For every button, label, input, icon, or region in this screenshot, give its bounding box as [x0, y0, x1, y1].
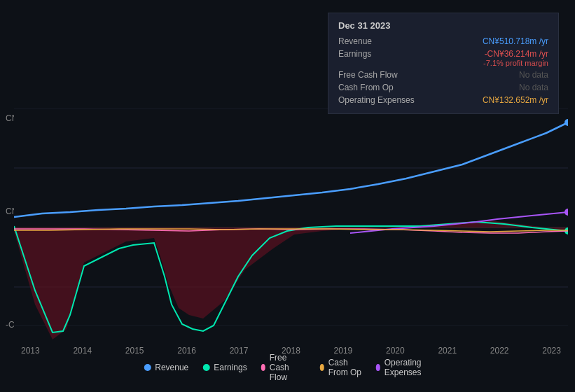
x-label-2021: 2021: [438, 346, 457, 356]
legend-dot-fcf: [261, 364, 265, 371]
x-label-2015: 2015: [125, 346, 144, 356]
tooltip-row-fcf: Free Cash Flow No data: [338, 69, 548, 81]
tooltip-value-earnings: -CN¥36.214m /yr: [485, 49, 548, 59]
tooltip-box: Dec 31 2023 Revenue CN¥510.718m /yr Earn…: [328, 13, 559, 114]
tooltip-value-fcf: No data: [519, 70, 548, 80]
legend-item-opex[interactable]: Operating Expenses: [376, 358, 431, 377]
tooltip-row-cashfromop: Cash From Op No data: [338, 81, 548, 94]
legend-dot-revenue: [144, 364, 151, 371]
legend-item-earnings[interactable]: Earnings: [202, 363, 247, 372]
legend-item-cashfromop[interactable]: Cash From Op: [320, 358, 362, 377]
legend-label-cashfromop: Cash From Op: [328, 358, 362, 377]
x-label-2013: 2013: [21, 346, 40, 356]
tooltip-value-opex: CN¥132.652m /yr: [483, 95, 548, 105]
tooltip-row-earnings: Earnings -CN¥36.214m /yr -7.1% profit ma…: [338, 48, 548, 69]
legend-item-revenue[interactable]: Revenue: [144, 363, 188, 372]
legend-dot-opex: [376, 364, 380, 371]
tooltip-label-fcf: Free Cash Flow: [338, 70, 415, 80]
tooltip-value-cashfromop: No data: [519, 83, 548, 92]
tooltip-row-revenue: Revenue CN¥510.718m /yr: [338, 35, 548, 48]
tooltip-label-opex: Operating Expenses: [338, 95, 415, 105]
tooltip-label-revenue: Revenue: [338, 36, 415, 46]
legend-label-opex: Operating Expenses: [385, 358, 431, 377]
chart-container: Dec 31 2023 Revenue CN¥510.718m /yr Earn…: [0, 0, 575, 392]
chart-svg: [14, 108, 568, 346]
legend-dot-cashfromop: [320, 364, 324, 371]
tooltip-row-opex: Operating Expenses CN¥132.652m /yr: [338, 94, 548, 106]
tooltip-label-cashfromop: Cash From Op: [338, 83, 415, 92]
chart-legend: Revenue Earnings Free Cash Flow Cash Fro…: [144, 353, 431, 382]
tooltip-value-earnings-block: -CN¥36.214m /yr -7.1% profit margin: [480, 49, 548, 67]
legend-label-revenue: Revenue: [155, 363, 188, 372]
tooltip-profit-margin: -7.1% profit margin: [483, 59, 548, 67]
tooltip-label-earnings: Earnings: [338, 49, 415, 59]
x-label-2014: 2014: [73, 346, 92, 356]
legend-dot-earnings: [202, 364, 209, 371]
x-label-2022: 2022: [490, 346, 509, 356]
legend-label-fcf: Free Cash Flow: [270, 353, 306, 382]
tooltip-value-revenue: CN¥510.718m /yr: [483, 36, 548, 46]
legend-item-fcf[interactable]: Free Cash Flow: [261, 353, 306, 382]
tooltip-date: Dec 31 2023: [338, 20, 548, 31]
legend-label-earnings: Earnings: [214, 363, 247, 372]
x-label-2023: 2023: [542, 346, 561, 356]
